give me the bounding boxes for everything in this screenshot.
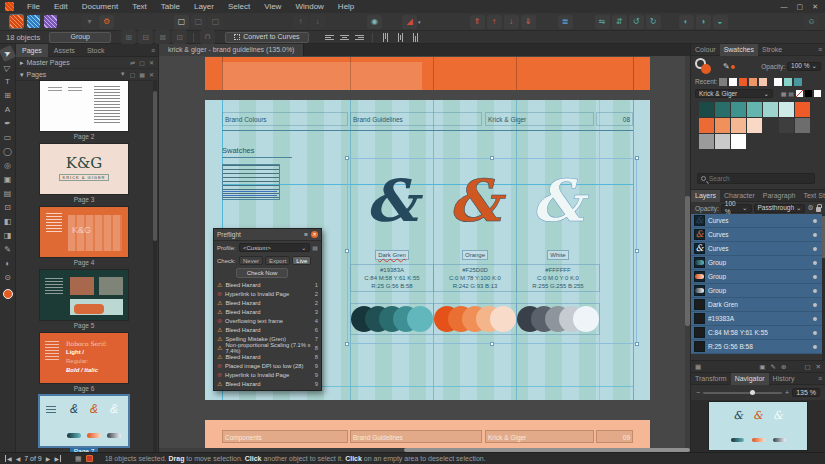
menu-layer[interactable]: Layer — [187, 0, 221, 13]
preferences-gear-icon[interactable]: ⚙ — [99, 15, 114, 29]
page-thumb-3[interactable]: K&G KRICK & GIGER Page 3 — [40, 144, 128, 204]
tint-circles-group[interactable] — [516, 303, 600, 335]
toolbar-button[interactable]: ▾ — [82, 15, 97, 29]
delete-master-icon[interactable]: ✕ — [149, 59, 154, 66]
add-master-icon[interactable]: ▢ — [139, 59, 145, 66]
layer-visibility-dot[interactable] — [813, 247, 817, 251]
artistic-text-tool[interactable]: A — [1, 103, 14, 116]
next-page-button[interactable]: ▶ — [46, 455, 51, 462]
panel-menu-icon[interactable]: ≡ — [151, 47, 158, 54]
align-bottom-icon[interactable] — [413, 33, 418, 42]
recent-swatch[interactable] — [719, 78, 727, 86]
align-top-icon[interactable] — [383, 33, 388, 42]
donut-tool[interactable]: ◎ — [1, 159, 14, 172]
menu-document[interactable]: Document — [75, 0, 125, 13]
layer-visibility-dot[interactable] — [813, 331, 817, 335]
swatch[interactable] — [699, 134, 714, 149]
recent-swatch[interactable] — [759, 78, 767, 86]
layer-row[interactable]: Dark Gren — [691, 298, 825, 312]
recent-swatch[interactable] — [794, 78, 802, 86]
page-thumb-2[interactable]: Page 2 — [40, 81, 128, 141]
swatch[interactable] — [699, 118, 714, 133]
zoom-value[interactable]: 135 % — [792, 388, 820, 397]
preflight-issue[interactable]: ⚠Non-proportional Scaling (7.1% x 7.4%)8 — [214, 343, 321, 352]
preflight-issue[interactable]: ⚠Bleed Hazard3 — [214, 307, 321, 316]
swatch[interactable] — [795, 118, 810, 133]
photo-persona-button[interactable] — [44, 15, 57, 28]
layer-row[interactable]: R:25 G:56 B:58 — [691, 340, 825, 354]
page-thumb-4[interactable]: K&G Page 4 — [40, 207, 128, 267]
colour-values[interactable]: #FFFFFF C:0 M:0 Y:0 K:0 R:255 G:255 B:25… — [516, 264, 600, 292]
preflight-issue[interactable]: ⚠Bleed Hazard9 — [214, 379, 321, 388]
vector-brush-tool[interactable]: ✎ — [1, 243, 14, 256]
insert-on-top-icon[interactable]: ⊠ — [155, 30, 170, 44]
menu-window[interactable]: Window — [288, 0, 330, 13]
insert-inside-icon[interactable]: ⊞ — [121, 30, 136, 44]
tab-stroke[interactable]: Stroke — [758, 44, 786, 56]
toolbar-button[interactable]: ▢ — [191, 15, 206, 29]
panel-menu-icon[interactable]: ≡ — [818, 375, 825, 382]
swatch[interactable] — [715, 102, 730, 117]
group-button[interactable]: Group — [49, 32, 111, 43]
tint-circles-group[interactable] — [433, 303, 517, 335]
designer-persona-button[interactable] — [27, 15, 40, 28]
list-view-icon[interactable]: ▤ — [788, 90, 794, 97]
page-above-sliver[interactable] — [205, 57, 650, 90]
page-below-sliver[interactable]: Components Brand Guidelines Krick & Gige… — [205, 420, 650, 448]
fill-stroke-indicator[interactable] — [695, 58, 721, 74]
preflight-panel[interactable]: Preflight ≡ ✕ Profile: <Custom>⌄ ▤ Check… — [213, 228, 322, 391]
colour-values[interactable]: #19383A C:84 M:58 Y:61 K:55 R:25 G:56 B:… — [350, 264, 434, 292]
menu-text[interactable]: Text — [125, 0, 154, 13]
check-mode-export[interactable]: Export — [265, 256, 290, 265]
swatch[interactable] — [699, 102, 714, 117]
tint-circles-group[interactable] — [350, 303, 434, 335]
recent-swatch[interactable] — [739, 78, 747, 86]
recent-swatch[interactable] — [749, 78, 757, 86]
layer-settings-gear-icon[interactable]: ⚙ — [807, 204, 813, 212]
swatch-card-dark-gren[interactable]: & Dark Gren #19383A C:84 M:58 Y:61 K:55 … — [350, 162, 434, 335]
preflight-status-icon[interactable] — [86, 455, 93, 462]
preflight-issue[interactable]: ⊘Placed image DPI too low (28)9 — [214, 361, 321, 370]
opacity-value[interactable]: 100 %⌄ — [787, 62, 821, 71]
layer-visibility-dot[interactable] — [813, 233, 817, 237]
menu-edit[interactable]: Edit — [47, 0, 75, 13]
vector-crop-tool[interactable]: ⊡ — [1, 201, 14, 214]
preflight-issue[interactable]: ⊘Hyperlink to Invalid Page9 — [214, 370, 321, 379]
preflight-issue[interactable]: ⚠Bleed Hazard2 — [214, 298, 321, 307]
swatch[interactable] — [715, 118, 730, 133]
ampersand-dark[interactable]: & — [350, 162, 434, 240]
page-thumb-5[interactable]: Page 5 — [40, 270, 128, 330]
spread-view-icon[interactable]: ▦ — [75, 455, 82, 463]
move-to-front-icon[interactable]: ⇑ — [470, 15, 485, 29]
layer-row[interactable]: #19383A — [691, 312, 825, 326]
page-header-right[interactable]: Krick & Giger — [485, 112, 594, 126]
panel-menu-icon[interactable]: ≡ — [818, 46, 825, 53]
convert-to-curves-button[interactable]: Convert to Curves — [225, 32, 308, 43]
table-tool[interactable]: ⊞ — [1, 89, 14, 102]
chevron-down-icon[interactable]: ▾ — [418, 19, 421, 25]
tab-transform[interactable]: Transform — [691, 373, 731, 385]
colour-name-label[interactable]: White — [547, 250, 568, 260]
swatch-card-orange[interactable]: & Orange #F25D0D C:0 M:78 Y:100 K:0 R:24… — [433, 162, 517, 335]
check-mode-never[interactable]: Never — [239, 256, 263, 265]
canvas[interactable]: Brand Colours Brand Guidelines Krick & G… — [159, 56, 690, 452]
flip-horizontal-icon[interactable]: ⇋ — [595, 15, 610, 29]
zoom-in-button[interactable]: + — [785, 389, 789, 396]
move-forward-icon[interactable]: ↑ — [487, 15, 502, 29]
grid-view-icon[interactable]: ▦ — [781, 90, 787, 97]
navigator-preview[interactable]: & & & — [691, 400, 825, 452]
transfer-pages-icon[interactable]: ⇄ — [130, 59, 135, 66]
person-crop-icon[interactable]: ◉ — [367, 15, 382, 29]
page-folio[interactable]: 08 — [596, 112, 633, 126]
swatches-heading[interactable]: Swatches — [222, 146, 292, 158]
frame-text-tool[interactable]: T — [1, 75, 14, 88]
colour-name-label[interactable]: Dark Gren — [375, 250, 409, 260]
insert-behind-icon[interactable]: ⊟ — [138, 30, 153, 44]
layer-visibility-dot[interactable] — [813, 303, 817, 307]
account-person-icon[interactable]: ☺ — [804, 15, 819, 29]
delete-layer-icon[interactable]: ✕ — [816, 363, 821, 371]
document-tab[interactable]: krick & giger - brand guidelines (135.0%… — [159, 44, 304, 56]
preflight-menu-icon[interactable]: ≡ — [304, 231, 308, 238]
pages-section[interactable]: ▾ Pages ▼▢▦✕ — [16, 69, 158, 81]
white-swatch[interactable] — [814, 90, 821, 97]
